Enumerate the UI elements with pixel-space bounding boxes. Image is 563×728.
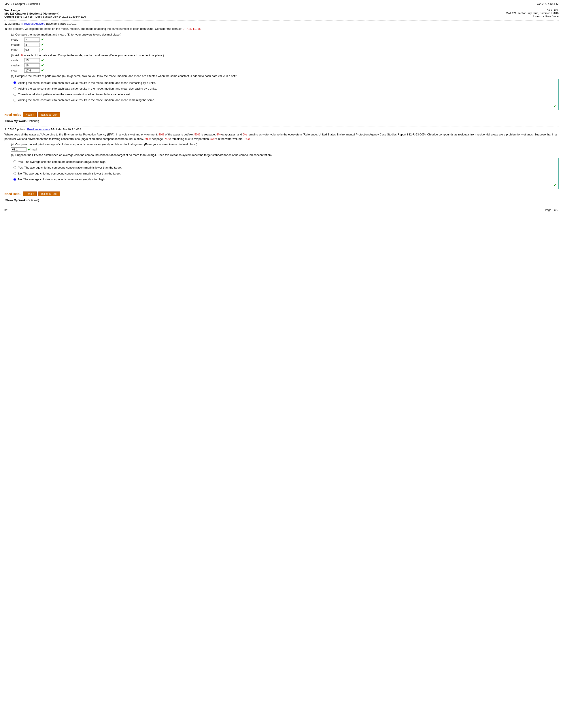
read-it-button-1[interactable]: Read It: [23, 112, 37, 117]
due-value: Sunday, July 24 2016 11:59 PM EDT: [43, 15, 86, 18]
problem-2-part-b: (b) Suppose the EPA has established an a…: [11, 153, 559, 189]
unit-2a: mg/l: [32, 148, 37, 151]
score-line: Current Score : 15 / 15 Due : Sunday, Ju…: [4, 15, 86, 18]
radio-2b-4[interactable]: [13, 178, 16, 181]
radio-check-row-2b: ✔: [13, 183, 556, 187]
mode-check-b: ✔: [41, 58, 44, 62]
answer-input-2a[interactable]: [11, 147, 26, 152]
radio-1c-3[interactable]: [13, 93, 16, 96]
radio-group-1c: Adding the same constant c to each data …: [11, 79, 559, 110]
mean-row-a: mean ✔: [11, 48, 559, 52]
read-it-button-2[interactable]: Read It: [23, 191, 37, 196]
mean-row-b: mean ✔: [11, 68, 559, 73]
pct-evaporate: 4%: [216, 133, 220, 136]
radio-option-2b-3: No. The average chlorine compound concen…: [13, 172, 556, 176]
dataset-values: 7, 7, 8, 11, 15: [183, 27, 201, 30]
need-help-label-1: Need Help?: [4, 113, 21, 116]
pct-outflow: 40%: [158, 133, 164, 136]
mode-row-b: mode ✔: [11, 58, 559, 62]
problem-1-number: 1.: [4, 22, 7, 25]
optional-label-1: (Optional): [26, 119, 39, 123]
problem-1: 1. 2/2 points | Previous Answers BBUnder…: [4, 22, 559, 123]
problem-2-number: 2.: [4, 128, 7, 131]
radio-option-1c-2: Adding the same constant c to each data …: [13, 87, 556, 91]
problem-2-points: 0.5/0.5 points |: [8, 128, 27, 131]
conc-evap: 50.2: [210, 137, 216, 141]
pct-remains: 6%: [242, 133, 247, 136]
conc-water: 74.0: [244, 137, 249, 141]
mode-input-a[interactable]: [24, 38, 40, 42]
median-check-b: ✔: [41, 63, 44, 68]
radio-option-2b-2: Yes. The average chlorine compound conce…: [13, 166, 556, 170]
radio-option-1c-3: There is no distinct pattern when the sa…: [13, 92, 556, 96]
prev-answers-link-1[interactable]: Previous Answers: [22, 22, 45, 25]
median-input-a[interactable]: [24, 43, 40, 47]
radio-1c-2[interactable]: [13, 87, 16, 90]
mean-input-a[interactable]: [24, 48, 40, 52]
radio-label-1c-1: Adding the same constant c to each data …: [18, 81, 156, 85]
user-instructor: Instructor: Kate Bruce: [506, 15, 559, 18]
page-footer: htt Page 1 of 7: [4, 208, 559, 212]
mode-input-b[interactable]: [24, 58, 40, 62]
problem-1-intro: In this problem, we explore the effect o…: [4, 27, 559, 31]
conc-outflow: 60.4: [145, 137, 150, 141]
radio-check-1c: ✔: [553, 104, 556, 108]
due-label: Due :: [36, 15, 42, 18]
answer-row-2a: ✔ mg/l: [11, 147, 559, 152]
user-course: MAT 121, section July Term, Summer 1 201…: [506, 12, 559, 15]
footer-left: htt: [4, 208, 7, 212]
need-help-1: Need Help? Read It Talk to a Tutor: [4, 112, 559, 117]
median-label-b: median: [11, 64, 24, 67]
problem-2-intro: Where does all the water go? According t…: [4, 132, 559, 141]
radio-option-2b-1: Yes. The average chlorine compound conce…: [13, 160, 556, 164]
page-title-left: MA 121 Chapter 3 Section 1: [4, 2, 40, 6]
mean-check-a: ✔: [41, 48, 44, 52]
mean-input-b[interactable]: [24, 68, 40, 73]
webassign-header: WebAssign MA 121 Chapter 3 Section 1 (Ho…: [4, 9, 559, 19]
problem-1-code: BBUnderStat10 3.1.012.: [46, 22, 77, 25]
user-name: Alex Lurie: [506, 9, 559, 12]
median-row-b: median ✔: [11, 63, 559, 68]
show-my-work-2: Show My Work (Optional): [5, 199, 559, 202]
show-my-work-label-2: Show My Work: [5, 199, 26, 202]
show-my-work-label-1: Show My Work: [5, 119, 26, 123]
score-label: Current Score :: [4, 15, 24, 18]
part-c-label: (c) Compare the results of parts (a) and…: [11, 74, 559, 78]
median-label-a: median: [11, 43, 24, 46]
radio-label-2b-3: No. The average chlorine compound concen…: [18, 172, 121, 176]
problem-2-code: BBUnderStat10 3.1.024.: [51, 128, 82, 131]
mode-label-b: mode: [11, 59, 24, 62]
mode-row-a: mode ✔: [11, 38, 559, 42]
need-help-2: Need Help? Read It Talk to a Tutor: [4, 191, 559, 196]
wa-title: WebAssign: [4, 9, 86, 12]
mean-label-a: mean: [11, 48, 24, 51]
talk-to-tutor-button-2[interactable]: Talk to a Tutor: [38, 191, 60, 196]
median-input-b[interactable]: [24, 63, 40, 68]
radio-2b-2[interactable]: [13, 166, 16, 169]
radio-label-1c-2: Adding the same constant c to each data …: [18, 87, 157, 91]
problem-2-header: 2. 0.5/0.5 points | Previous Answers BBU…: [4, 128, 559, 131]
radio-1c-4[interactable]: [13, 99, 16, 101]
prev-answers-link-2[interactable]: Previous Answers: [27, 128, 50, 131]
radio-group-2b: Yes. The average chlorine compound conce…: [11, 158, 559, 189]
page-header: MA 121 Chapter 3 Section 1 7/22/16, 4:55…: [4, 2, 559, 7]
radio-1c-1[interactable]: [13, 81, 16, 84]
talk-to-tutor-button-1[interactable]: Talk to a Tutor: [38, 112, 60, 117]
radio-2b-1[interactable]: [13, 160, 16, 163]
radio-2b-3[interactable]: [13, 172, 16, 175]
radio-option-2b-4: No. The average chlorine compound concen…: [13, 177, 556, 181]
median-check-a: ✔: [41, 43, 44, 47]
mean-check-b: ✔: [41, 68, 44, 73]
part-2b-label: (b) Suppose the EPA has established an a…: [11, 153, 559, 157]
part-2a-label: (a) Compute the weighted average of chlo…: [11, 143, 559, 146]
score-value: 15 / 15: [24, 15, 33, 18]
add-value: 8: [21, 54, 23, 57]
webassign-left: WebAssign MA 121 Chapter 3 Section 1 (Ho…: [4, 9, 86, 19]
radio-label-1c-4: Adding the same constant c to each data …: [18, 98, 155, 102]
radio-option-1c-1: Adding the same constant c to each data …: [13, 81, 556, 85]
wa-subtitle: MA 121 Chapter 3 Section 1 (Homework): [4, 12, 86, 15]
problem-1-header: 1. 2/2 points | Previous Answers BBUnder…: [4, 22, 559, 25]
radio-check-row-1c: ✔: [13, 104, 556, 108]
problem-2: 2. 0.5/0.5 points | Previous Answers BBU…: [4, 128, 559, 202]
page-title-right: 7/22/16, 4:55 PM: [537, 2, 559, 6]
